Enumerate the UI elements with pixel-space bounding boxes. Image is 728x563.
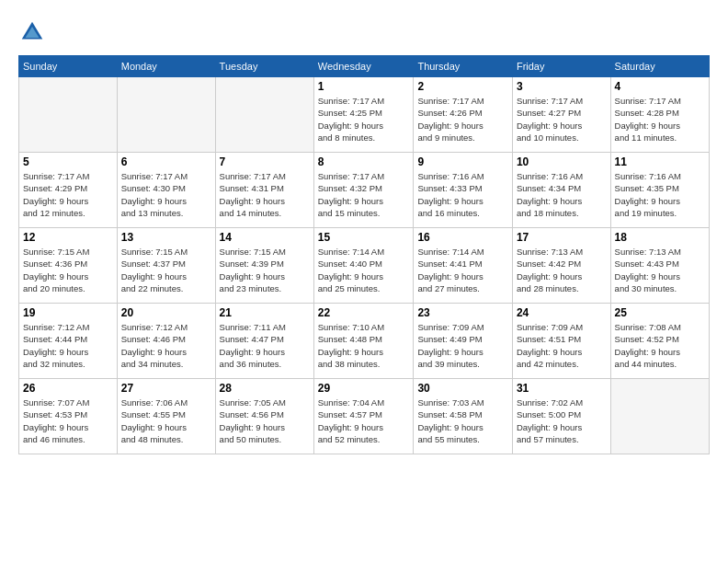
calendar-cell: 11Sunrise: 7:16 AM Sunset: 4:35 PM Dayli…: [610, 153, 709, 228]
day-info: Sunrise: 7:15 AM Sunset: 4:37 PM Dayligh…: [121, 246, 211, 294]
day-info: Sunrise: 7:17 AM Sunset: 4:28 PM Dayligh…: [615, 95, 705, 144]
day-number: 22: [318, 306, 410, 319]
calendar-cell: 15Sunrise: 7:14 AM Sunset: 4:40 PM Dayli…: [313, 228, 414, 304]
col-monday: Monday: [117, 56, 215, 77]
day-number: 10: [517, 155, 607, 168]
calendar-cell: 10Sunrise: 7:16 AM Sunset: 4:34 PM Dayli…: [512, 153, 610, 228]
calendar-cell: 3Sunrise: 7:17 AM Sunset: 4:27 PM Daylig…: [512, 77, 610, 153]
calendar-cell: 22Sunrise: 7:10 AM Sunset: 4:48 PM Dayli…: [313, 304, 414, 379]
day-info: Sunrise: 7:17 AM Sunset: 4:31 PM Dayligh…: [220, 170, 310, 219]
day-number: 1: [318, 80, 410, 93]
calendar-cell: 5Sunrise: 7:17 AM Sunset: 4:29 PM Daylig…: [19, 153, 118, 228]
day-info: Sunrise: 7:09 AM Sunset: 4:51 PM Dayligh…: [517, 321, 607, 370]
calendar-cell: 16Sunrise: 7:14 AM Sunset: 4:41 PM Dayli…: [414, 228, 513, 304]
day-info: Sunrise: 7:04 AM Sunset: 4:57 PM Dayligh…: [318, 396, 410, 445]
day-number: 23: [417, 306, 508, 319]
day-number: 5: [23, 155, 113, 168]
calendar-table: Sunday Monday Tuesday Wednesday Thursday…: [18, 55, 710, 454]
day-info: Sunrise: 7:17 AM Sunset: 4:27 PM Dayligh…: [517, 95, 607, 144]
calendar-cell: 12Sunrise: 7:15 AM Sunset: 4:36 PM Dayli…: [19, 228, 118, 304]
day-info: Sunrise: 7:03 AM Sunset: 4:58 PM Dayligh…: [417, 396, 508, 445]
calendar-week-3: 12Sunrise: 7:15 AM Sunset: 4:36 PM Dayli…: [19, 228, 710, 304]
day-info: Sunrise: 7:16 AM Sunset: 4:33 PM Dayligh…: [417, 170, 508, 219]
day-info: Sunrise: 7:17 AM Sunset: 4:29 PM Dayligh…: [23, 170, 113, 219]
day-number: 6: [121, 155, 211, 168]
day-number: 11: [615, 155, 705, 168]
day-info: Sunrise: 7:02 AM Sunset: 5:00 PM Dayligh…: [517, 396, 607, 445]
col-friday: Friday: [512, 56, 610, 77]
calendar-cell: 13Sunrise: 7:15 AM Sunset: 4:37 PM Dayli…: [117, 228, 215, 304]
day-info: Sunrise: 7:14 AM Sunset: 4:41 PM Dayligh…: [417, 246, 508, 294]
day-info: Sunrise: 7:06 AM Sunset: 4:55 PM Dayligh…: [121, 396, 211, 445]
day-number: 13: [121, 231, 211, 244]
day-number: 9: [417, 155, 508, 168]
day-number: 30: [417, 382, 508, 395]
calendar-cell: 29Sunrise: 7:04 AM Sunset: 4:57 PM Dayli…: [313, 379, 414, 454]
day-number: 31: [517, 382, 607, 395]
col-thursday: Thursday: [414, 56, 513, 77]
col-sunday: Sunday: [19, 56, 118, 77]
day-info: Sunrise: 7:12 AM Sunset: 4:44 PM Dayligh…: [23, 321, 113, 370]
day-info: Sunrise: 7:15 AM Sunset: 4:36 PM Dayligh…: [23, 246, 113, 294]
day-info: Sunrise: 7:16 AM Sunset: 4:35 PM Dayligh…: [615, 170, 705, 219]
calendar-week-1: 1Sunrise: 7:17 AM Sunset: 4:25 PM Daylig…: [19, 77, 710, 153]
day-info: Sunrise: 7:15 AM Sunset: 4:39 PM Dayligh…: [220, 246, 310, 294]
day-info: Sunrise: 7:17 AM Sunset: 4:30 PM Dayligh…: [121, 170, 211, 219]
day-info: Sunrise: 7:08 AM Sunset: 4:52 PM Dayligh…: [615, 321, 705, 370]
day-number: 20: [121, 306, 211, 319]
day-info: Sunrise: 7:16 AM Sunset: 4:34 PM Dayligh…: [517, 170, 607, 219]
day-info: Sunrise: 7:11 AM Sunset: 4:47 PM Dayligh…: [220, 321, 310, 370]
day-number: 16: [417, 231, 508, 244]
col-wednesday: Wednesday: [313, 56, 414, 77]
calendar-week-5: 26Sunrise: 7:07 AM Sunset: 4:53 PM Dayli…: [19, 379, 710, 454]
day-info: Sunrise: 7:10 AM Sunset: 4:48 PM Dayligh…: [318, 321, 410, 370]
calendar-cell: 31Sunrise: 7:02 AM Sunset: 5:00 PM Dayli…: [512, 379, 610, 454]
calendar-cell: 26Sunrise: 7:07 AM Sunset: 4:53 PM Dayli…: [19, 379, 118, 454]
calendar-cell: 20Sunrise: 7:12 AM Sunset: 4:46 PM Dayli…: [117, 304, 215, 379]
col-saturday: Saturday: [610, 56, 709, 77]
day-number: 2: [417, 80, 508, 93]
day-number: 21: [220, 306, 310, 319]
calendar-cell: 7Sunrise: 7:17 AM Sunset: 4:31 PM Daylig…: [215, 153, 313, 228]
day-info: Sunrise: 7:05 AM Sunset: 4:56 PM Dayligh…: [220, 396, 310, 445]
day-number: 18: [615, 231, 705, 244]
day-number: 29: [318, 382, 410, 395]
calendar-cell: 27Sunrise: 7:06 AM Sunset: 4:55 PM Dayli…: [117, 379, 215, 454]
day-info: Sunrise: 7:13 AM Sunset: 4:42 PM Dayligh…: [517, 246, 607, 294]
calendar-cell: [610, 379, 709, 454]
day-info: Sunrise: 7:09 AM Sunset: 4:49 PM Dayligh…: [417, 321, 508, 370]
calendar-week-2: 5Sunrise: 7:17 AM Sunset: 4:29 PM Daylig…: [19, 153, 710, 228]
page: Sunday Monday Tuesday Wednesday Thursday…: [0, 0, 728, 563]
calendar-cell: 25Sunrise: 7:08 AM Sunset: 4:52 PM Dayli…: [610, 304, 709, 379]
calendar-cell: 19Sunrise: 7:12 AM Sunset: 4:44 PM Dayli…: [19, 304, 118, 379]
calendar-cell: 6Sunrise: 7:17 AM Sunset: 4:30 PM Daylig…: [117, 153, 215, 228]
day-number: 28: [220, 382, 310, 395]
day-number: 8: [318, 155, 410, 168]
day-number: 25: [615, 306, 705, 319]
day-number: 24: [517, 306, 607, 319]
day-info: Sunrise: 7:17 AM Sunset: 4:26 PM Dayligh…: [417, 95, 508, 144]
day-number: 15: [318, 231, 410, 244]
calendar-cell: 4Sunrise: 7:17 AM Sunset: 4:28 PM Daylig…: [610, 77, 709, 153]
calendar-cell: 1Sunrise: 7:17 AM Sunset: 4:25 PM Daylig…: [313, 77, 414, 153]
calendar-cell: 2Sunrise: 7:17 AM Sunset: 4:26 PM Daylig…: [414, 77, 513, 153]
calendar-cell: 28Sunrise: 7:05 AM Sunset: 4:56 PM Dayli…: [215, 379, 313, 454]
header: [18, 18, 710, 46]
calendar-cell: 17Sunrise: 7:13 AM Sunset: 4:42 PM Dayli…: [512, 228, 610, 304]
logo: [18, 18, 50, 46]
day-number: 26: [23, 382, 113, 395]
day-info: Sunrise: 7:13 AM Sunset: 4:43 PM Dayligh…: [615, 246, 705, 294]
day-info: Sunrise: 7:12 AM Sunset: 4:46 PM Dayligh…: [121, 321, 211, 370]
calendar-cell: [117, 77, 215, 153]
calendar-cell: 30Sunrise: 7:03 AM Sunset: 4:58 PM Dayli…: [414, 379, 513, 454]
calendar-cell: 21Sunrise: 7:11 AM Sunset: 4:47 PM Dayli…: [215, 304, 313, 379]
calendar-cell: 18Sunrise: 7:13 AM Sunset: 4:43 PM Dayli…: [610, 228, 709, 304]
day-info: Sunrise: 7:17 AM Sunset: 4:25 PM Dayligh…: [318, 95, 410, 144]
calendar-cell: 8Sunrise: 7:17 AM Sunset: 4:32 PM Daylig…: [313, 153, 414, 228]
calendar-header-row: Sunday Monday Tuesday Wednesday Thursday…: [19, 56, 710, 77]
day-number: 12: [23, 231, 113, 244]
day-number: 14: [220, 231, 310, 244]
day-number: 3: [517, 80, 607, 93]
calendar-cell: 9Sunrise: 7:16 AM Sunset: 4:33 PM Daylig…: [414, 153, 513, 228]
day-number: 7: [220, 155, 310, 168]
